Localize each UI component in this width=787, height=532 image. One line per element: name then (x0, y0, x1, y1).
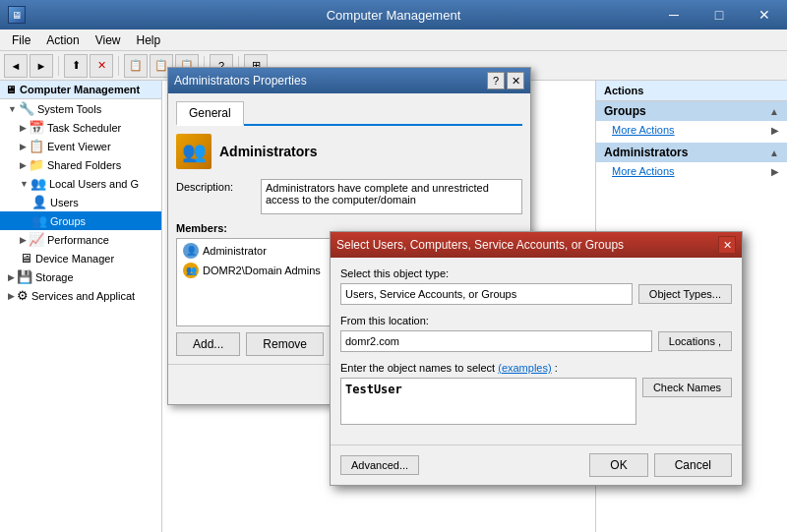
actions-more-admins-chevron: ▶ (771, 166, 779, 177)
shared-folders-label: Shared Folders (47, 159, 121, 171)
expand-arrow-perf: ▶ (20, 235, 27, 245)
member-user-icon: 👤 (183, 243, 199, 259)
tab-general[interactable]: General (176, 101, 244, 126)
minimize-button[interactable]: ─ (651, 0, 696, 30)
maximize-button[interactable]: □ (696, 0, 742, 30)
select-users-title-text: Select Users, Computers, Service Account… (336, 238, 624, 252)
names-label: Enter the object names to select (340, 362, 495, 374)
location-input[interactable]: domr2.com (340, 330, 652, 352)
services-label: Services and Applicat (31, 290, 135, 302)
actions-groups-title: Groups (604, 104, 646, 118)
admin-name-label: Administrators (219, 144, 318, 159)
up-button[interactable]: ⬆ (64, 54, 88, 78)
event-viewer-label: Event Viewer (47, 141, 111, 152)
app-icon: 🖥 (8, 6, 26, 24)
actions-header: Actions (596, 81, 787, 101)
local-users-label: Local Users and G (49, 178, 139, 190)
shared-folders-icon: 📁 (29, 157, 44, 172)
tree-header: 🖥 Computer Management (0, 81, 161, 99)
expand-arrow-system: ▼ (8, 104, 17, 114)
desc-label: Description: (176, 179, 255, 193)
tree-item-performance[interactable]: ▶ 📈 Performance (0, 230, 161, 249)
admin-icon-row: 👥 Administrators (176, 134, 522, 169)
menu-bar: File Action View Help (0, 30, 787, 51)
menu-action[interactable]: Action (38, 31, 87, 49)
actions-more-admins[interactable]: More Actions ▶ (596, 162, 787, 180)
system-tools-icon: 🔧 (19, 101, 34, 116)
copy-button-1[interactable]: 📋 (124, 54, 148, 78)
tree-item-local-users[interactable]: ▼ 👥 Local Users and G (0, 174, 161, 193)
close-button[interactable]: ✕ (742, 0, 787, 30)
expand-arrow-svc: ▶ (8, 291, 15, 301)
su-ok-button[interactable]: OK (589, 453, 647, 477)
object-type-row: Users, Service Accounts, or Groups Objec… (340, 283, 732, 305)
groups-icon: 👥 (31, 213, 47, 228)
tree-item-users[interactable]: 👤 Users (0, 193, 161, 211)
names-input[interactable] (340, 378, 636, 425)
check-names-button[interactable]: Check Names (642, 378, 732, 397)
storage-label: Storage (35, 271, 74, 283)
su-cancel-button[interactable]: Cancel (654, 453, 732, 477)
select-users-dialog[interactable]: Select Users, Computers, Service Account… (330, 231, 743, 486)
window-controls: ─ □ ✕ (651, 0, 787, 30)
locations-button[interactable]: Locations , (658, 331, 732, 351)
actions-section-admins: Administrators ▲ (596, 143, 787, 162)
admin-dialog-help[interactable]: ? (487, 72, 505, 89)
back-button[interactable]: ◄ (4, 54, 28, 78)
admin-group-icon: 👥 (176, 134, 212, 169)
performance-icon: 📈 (29, 232, 44, 247)
admin-dialog-close[interactable]: ✕ (507, 72, 524, 89)
menu-file[interactable]: File (4, 31, 38, 49)
tree-item-shared-folders[interactable]: ▶ 📁 Shared Folders (0, 155, 161, 174)
tree-item-services[interactable]: ▶ ⚙ Services and Applicat (0, 286, 161, 305)
tree-item-event-viewer[interactable]: ▶ 📋 Event Viewer (0, 137, 161, 155)
tree-item-device-manager[interactable]: 🖥 Device Manager (0, 249, 161, 267)
title-bar: 🖥 Computer Management ─ □ ✕ (0, 0, 787, 30)
object-type-input[interactable]: Users, Service Accounts, or Groups (340, 283, 633, 305)
select-users-titlebar: Select Users, Computers, Service Account… (331, 232, 742, 258)
examples-link[interactable]: (examples) (498, 362, 551, 374)
location-row: domr2.com Locations , (340, 330, 732, 352)
actions-admins-title: Administrators (604, 146, 688, 159)
select-users-footer: Advanced... OK Cancel (331, 444, 742, 485)
object-types-button[interactable]: Object Types... (638, 284, 732, 304)
advanced-button[interactable]: Advanced... (340, 455, 419, 475)
remove-button[interactable]: Remove (246, 332, 324, 356)
users-label: Users (50, 197, 79, 208)
expand-arrow-storage: ▶ (8, 272, 15, 282)
expand-arrow-lu: ▼ (20, 179, 29, 189)
member-group-icon: 👥 (183, 263, 199, 278)
names-row: Check Names (340, 378, 732, 425)
admin-dialog-buttons: ? ✕ (487, 72, 524, 89)
actions-more-groups[interactable]: More Actions ▶ (596, 121, 787, 139)
member-admin-label: Administrator (203, 245, 267, 257)
select-users-close[interactable]: ✕ (718, 236, 736, 254)
window-title: Computer Management (327, 8, 461, 23)
tree-item-groups[interactable]: 👥 Groups (0, 211, 161, 230)
desc-value[interactable]: Administrators have complete and unrestr… (261, 179, 522, 214)
names-label-row: Enter the object names to select (exampl… (340, 362, 732, 374)
menu-view[interactable]: View (88, 31, 129, 49)
users-icon: 👤 (31, 195, 47, 209)
tree-header-text: Computer Management (20, 84, 140, 95)
tree-item-system-tools[interactable]: ▼ 🔧 System Tools (0, 99, 161, 118)
task-scheduler-icon: 📅 (29, 120, 44, 135)
names-colon: : (555, 362, 558, 374)
actions-more-admins-label: More Actions (612, 165, 675, 177)
forward-button[interactable]: ► (30, 54, 53, 78)
admin-tab-strip: General (176, 101, 522, 126)
menu-help[interactable]: Help (129, 31, 169, 49)
actions-groups-arrow: ▲ (769, 106, 779, 117)
tree-item-task-scheduler[interactable]: ▶ 📅 Task Scheduler (0, 118, 161, 137)
expand-arrow-sf: ▶ (20, 160, 27, 170)
app-logo: 🖥 (8, 6, 26, 24)
location-label: From this location: (340, 315, 732, 326)
expand-arrow-ev: ▶ (20, 142, 27, 151)
su-ok-cancel: OK Cancel (589, 453, 732, 477)
add-button[interactable]: Add... (176, 332, 240, 356)
toolbar-sep-1 (58, 56, 59, 76)
delete-button[interactable]: ✕ (90, 54, 113, 78)
toolbar-sep-2 (118, 56, 119, 76)
tree-item-storage[interactable]: ▶ 💾 Storage (0, 267, 161, 286)
event-viewer-icon: 📋 (29, 139, 44, 153)
